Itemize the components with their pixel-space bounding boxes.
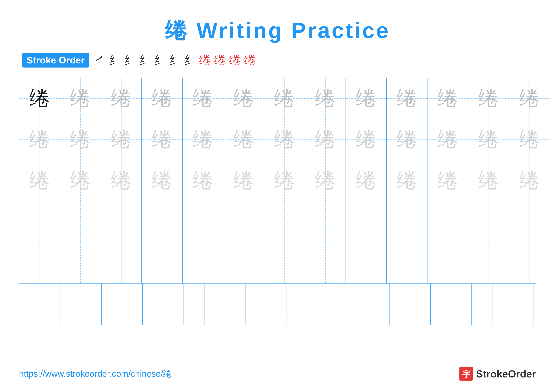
- grid-cell-5-6[interactable]: [223, 242, 264, 283]
- grid-cell-2-2: 绻: [60, 119, 101, 160]
- grid-cell-6-9[interactable]: [348, 284, 389, 325]
- grid-cell-1-2: 绻: [60, 78, 101, 119]
- page-title: 绻 Writing Practice: [165, 16, 390, 46]
- grid-cell-1-12: 绻: [468, 78, 509, 119]
- grid-cell-5-2[interactable]: [60, 242, 101, 283]
- grid-cell-4-4[interactable]: [142, 201, 183, 242]
- char-guide: 绻: [29, 167, 50, 194]
- grid-cell-4-2[interactable]: [60, 201, 101, 242]
- char-guide: 绻: [193, 85, 213, 112]
- grid-cell-5-8[interactable]: [305, 242, 346, 283]
- grid-cell-2-1: 绻: [19, 119, 60, 160]
- char-guide: 绻: [478, 167, 499, 194]
- grid-cell-4-9[interactable]: [346, 201, 387, 242]
- grid-cell-6-8[interactable]: [307, 284, 348, 325]
- footer-url[interactable]: https://www.strokeorder.com/chinese/绻: [19, 368, 172, 380]
- grid-cell-3-10: 绻: [387, 160, 427, 201]
- grid-cell-3-13: 绻: [509, 160, 550, 201]
- char-guide: 绻: [152, 126, 172, 153]
- stroke-step-8: 绻: [199, 52, 211, 68]
- grid-cell-1-7: 绻: [264, 78, 305, 119]
- grid-cell-4-13[interactable]: [509, 201, 550, 242]
- stroke-order-badge: Stroke Order: [22, 53, 89, 68]
- grid-cell-4-7[interactable]: [264, 201, 305, 242]
- char-guide: 绻: [70, 126, 91, 153]
- grid-cell-4-12[interactable]: [468, 201, 509, 242]
- stroke-steps: ㇒ 纟 纟 纟 纟 纟 纟 绻 绻 绻 绻: [94, 52, 256, 68]
- grid-cell-4-6[interactable]: [223, 201, 264, 242]
- char-guide: 绻: [29, 126, 50, 153]
- char-guide: 绻: [356, 126, 376, 153]
- grid-cell-5-13[interactable]: [509, 242, 550, 283]
- char-guide: 绻: [152, 85, 172, 112]
- grid-cell-5-11[interactable]: [427, 242, 468, 283]
- grid-cell-1-4: 绻: [142, 78, 183, 119]
- stroke-step-11: 绻: [244, 52, 256, 68]
- stroke-step-1: ㇒: [94, 52, 106, 68]
- grid-cell-2-13: 绻: [509, 119, 550, 160]
- grid-cell-6-12[interactable]: [472, 284, 513, 325]
- grid-cell-2-11: 绻: [427, 119, 468, 160]
- footer: https://www.strokeorder.com/chinese/绻 字 …: [19, 367, 536, 381]
- char-guide: 绻: [70, 167, 91, 194]
- grid-cell-6-5[interactable]: [184, 284, 225, 325]
- footer-logo-text: StrokeOrder: [476, 368, 536, 380]
- grid-cell-6-13[interactable]: [513, 284, 554, 325]
- grid-cell-5-1[interactable]: [19, 242, 60, 283]
- grid-cell-5-5[interactable]: [183, 242, 223, 283]
- grid-cell-4-10[interactable]: [387, 201, 427, 242]
- svg-text:字: 字: [462, 370, 470, 378]
- strokeorder-logo-icon: 字: [459, 367, 473, 381]
- char-guide: 绻: [233, 167, 254, 194]
- grid-cell-2-7: 绻: [264, 119, 305, 160]
- grid-row-6: [19, 284, 536, 325]
- grid-cell-3-2: 绻: [60, 160, 101, 201]
- grid-cell-6-6[interactable]: [225, 284, 266, 325]
- grid-cell-4-8[interactable]: [305, 201, 346, 242]
- grid-cell-2-3: 绻: [101, 119, 142, 160]
- grid-cell-3-8: 绻: [305, 160, 346, 201]
- char-guide: 绻: [397, 126, 417, 153]
- grid-cell-5-10[interactable]: [387, 242, 427, 283]
- grid-cell-6-1[interactable]: [19, 284, 60, 325]
- grid-cell-6-3[interactable]: [102, 284, 143, 325]
- grid-cell-5-12[interactable]: [468, 242, 509, 283]
- char-guide: 绻: [233, 85, 254, 112]
- grid-cell-5-4[interactable]: [142, 242, 183, 283]
- grid-cell-3-7: 绻: [264, 160, 305, 201]
- grid-cell-6-7[interactable]: [266, 284, 307, 325]
- grid-cell-6-4[interactable]: [143, 284, 184, 325]
- grid-cell-3-12: 绻: [468, 160, 509, 201]
- grid-cell-5-9[interactable]: [346, 242, 387, 283]
- grid-cell-4-5[interactable]: [183, 201, 223, 242]
- char-guide: 绻: [152, 167, 172, 194]
- char-guide: 绻: [397, 167, 417, 194]
- char-guide: 绻: [274, 126, 295, 153]
- char-solid: 绻: [29, 85, 50, 112]
- grid-cell-6-11[interactable]: [431, 284, 472, 325]
- grid-row-1: 绻 绻 绻 绻 绻 绻 绻 绻 绻: [19, 78, 536, 119]
- grid-cell-5-3[interactable]: [101, 242, 142, 283]
- grid-cell-4-11[interactable]: [427, 201, 468, 242]
- char-guide: 绻: [438, 167, 458, 194]
- grid-cell-2-9: 绻: [346, 119, 387, 160]
- char-guide: 绻: [193, 126, 213, 153]
- grid-cell-1-5: 绻: [183, 78, 223, 119]
- grid-cell-4-1[interactable]: [19, 201, 60, 242]
- grid-cell-1-10: 绻: [387, 78, 427, 119]
- char-guide: 绻: [315, 126, 336, 153]
- grid-cell-5-7[interactable]: [264, 242, 305, 283]
- practice-grid: 绻 绻 绻 绻 绻 绻 绻 绻 绻: [19, 78, 536, 379]
- grid-cell-6-2[interactable]: [60, 284, 102, 325]
- stroke-order-row: Stroke Order ㇒ 纟 纟 纟 纟 纟 纟 绻 绻 绻 绻: [19, 52, 536, 68]
- char-guide: 绻: [397, 85, 417, 112]
- stroke-step-9: 绻: [214, 52, 226, 68]
- grid-cell-1-6: 绻: [223, 78, 264, 119]
- grid-cell-4-3[interactable]: [101, 201, 142, 242]
- char-guide: 绻: [519, 126, 540, 153]
- grid-cell-2-10: 绻: [387, 119, 427, 160]
- grid-cell-6-10[interactable]: [389, 284, 431, 325]
- char-guide: 绻: [519, 85, 540, 112]
- stroke-step-10: 绻: [229, 52, 241, 68]
- char-guide: 绻: [519, 167, 540, 194]
